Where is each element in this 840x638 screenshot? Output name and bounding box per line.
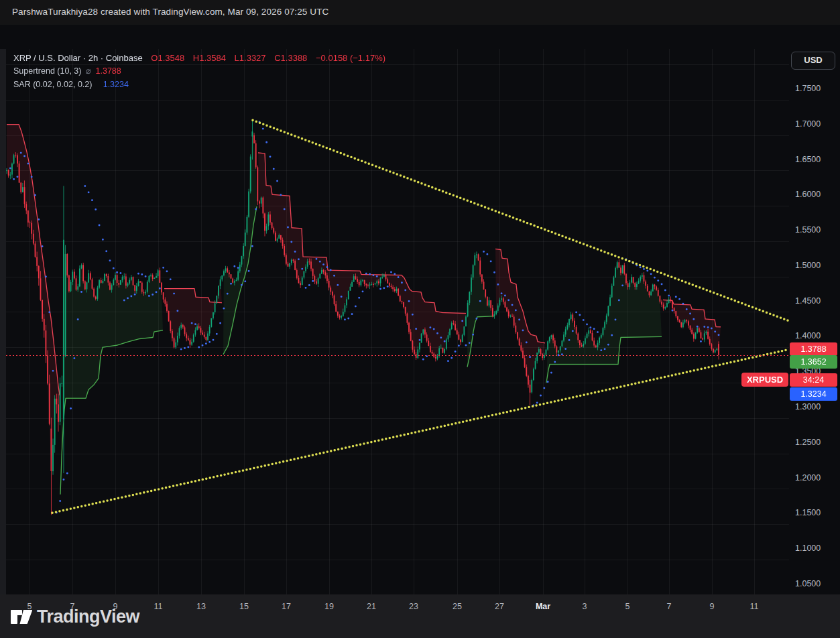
legend-symbol-row[interactable]: XRP / U.S. Dollar · 2h · Coinbase O1.354… xyxy=(13,52,385,64)
time-tick-label: 7 xyxy=(70,602,75,611)
price-tick-label: 1.1500 xyxy=(795,508,821,517)
time-tick-label: 19 xyxy=(324,602,334,611)
sar-value: 1.3234 xyxy=(790,387,837,401)
price-tick-label: 1.3000 xyxy=(795,402,821,411)
price-tick-label: 1.5000 xyxy=(795,261,821,270)
price-tick-label: 1.5500 xyxy=(795,225,821,235)
bar-countdown: 34:24 xyxy=(790,373,837,387)
price-tick-label: 1.6000 xyxy=(795,190,821,199)
footer-bar: TradingView xyxy=(0,594,840,638)
price-tick-label: 1.2000 xyxy=(795,473,821,483)
legend-supertrend-row[interactable]: Supertrend (10, 3) ⌀ 1.3788 xyxy=(13,64,385,78)
supertrend-value: 1.3788 xyxy=(96,66,121,76)
price-tick-label: 1.7500 xyxy=(795,84,821,93)
ohlc-open: O1.3548 xyxy=(151,53,184,63)
time-tick-label: 21 xyxy=(367,602,376,611)
time-tick-label: 3 xyxy=(583,602,587,611)
price-tick-label: 1.1000 xyxy=(795,544,821,553)
diameter-icon: ⌀ xyxy=(84,66,93,76)
supertrend-name: Supertrend (10, 3) xyxy=(13,66,81,76)
currency-toggle-button[interactable]: USD xyxy=(791,52,835,70)
legend-sar-row[interactable]: SAR (0.02, 0.02, 0.2) 1.3234 xyxy=(13,78,385,91)
sar-name: SAR (0.02, 0.02, 0.2) xyxy=(13,80,92,89)
time-tick-label: 17 xyxy=(282,602,291,611)
price-tick-label: 1.2500 xyxy=(795,438,821,447)
time-tick-label: 7 xyxy=(667,602,672,611)
ohlc-high: H1.3584 xyxy=(193,53,226,63)
time-tick-label: 27 xyxy=(495,602,504,611)
time-tick-label: 25 xyxy=(453,602,462,611)
tradingview-screenshot: ParshwaTurakhiya28 created with TradingV… xyxy=(0,0,840,638)
time-tick-label: Mar xyxy=(536,602,550,611)
time-tick-label: 9 xyxy=(710,602,715,611)
ohlc-close: C1.3388 xyxy=(274,53,307,63)
time-tick-label: 13 xyxy=(196,602,206,611)
time-tick-label: 9 xyxy=(113,602,118,611)
time-tick-label: 11 xyxy=(154,602,163,611)
price-tick-label: 1.4000 xyxy=(795,331,821,340)
time-tick-label: 23 xyxy=(409,602,418,611)
price-tick-label: 1.4500 xyxy=(795,296,821,306)
price-tick-label: 1.7000 xyxy=(795,119,821,129)
candlestick-chart-canvas[interactable] xyxy=(0,49,789,598)
symbol-price-tag: XRPUSD xyxy=(741,373,788,387)
chart-area: XRP / U.S. Dollar · 2h · Coinbase O1.354… xyxy=(0,25,840,594)
attribution-text: ParshwaTurakhiya28 created with TradingV… xyxy=(12,7,328,17)
price-tick-label: 1.0500 xyxy=(795,579,821,588)
sar-value: 1.3234 xyxy=(103,80,129,89)
attribution-bar: ParshwaTurakhiya28 created with TradingV… xyxy=(0,0,840,25)
symbol-title: XRP / U.S. Dollar · 2h · Coinbase xyxy=(13,53,143,63)
ohlc-low: L1.3327 xyxy=(235,53,266,63)
supertrend-up-value: 1.3652 xyxy=(790,355,837,369)
price-tick-label: 1.6500 xyxy=(795,155,821,164)
supertrend-down-value: 1.3788 xyxy=(790,342,837,356)
tradingview-wordmark[interactable]: TradingView xyxy=(37,607,139,627)
change-value: −0.0158 (−1.17%) xyxy=(316,53,385,63)
time-tick-label: 11 xyxy=(750,602,759,611)
time-tick-label: 15 xyxy=(239,602,249,611)
chart-legend: XRP / U.S. Dollar · 2h · Coinbase O1.354… xyxy=(13,52,385,91)
time-tick-label: 5 xyxy=(27,602,32,611)
time-tick-label: 5 xyxy=(625,602,630,611)
